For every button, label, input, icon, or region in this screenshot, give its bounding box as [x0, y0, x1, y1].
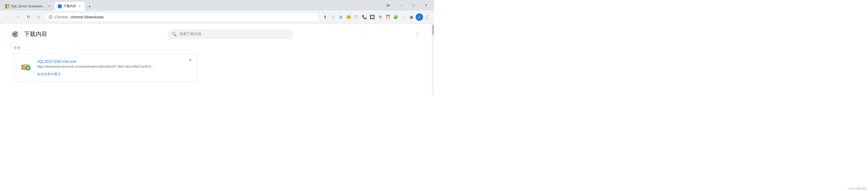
tab-favicon-sql: [5, 4, 9, 8]
download-close-button[interactable]: ✕: [187, 57, 193, 63]
svg-point-11: [14, 33, 17, 35]
search-placeholder: 搜索下载内容: [179, 32, 202, 36]
tab-close-sql[interactable]: ✕: [47, 4, 51, 8]
extension-grid-icon[interactable]: ⚙: [376, 13, 384, 21]
show-in-folder-button[interactable]: 在文件夹中显示: [37, 72, 61, 76]
window-controls: ≫ ─ □ ✕: [382, 1, 432, 9]
scrollbar-track[interactable]: [432, 24, 434, 96]
search-bar[interactable]: 🔍 搜索下载内容: [167, 29, 293, 39]
scrollbar-thumb[interactable]: [432, 25, 434, 35]
svg-rect-1: [8, 4, 9, 6]
address-separator: |: [69, 15, 70, 19]
bookmark-icon[interactable]: ☆: [329, 13, 337, 21]
extension-face-icon[interactable]: 😊: [345, 13, 352, 21]
page-header: 下载内容 🔍 搜索下载内容 ⋮: [10, 29, 422, 39]
svg-rect-15: [24, 64, 27, 65]
title-bar: SQL Server Downloads | Microso ✕ ↓ 下载内容 …: [0, 0, 434, 10]
minimize-button[interactable]: ─: [395, 1, 407, 9]
extension-clock-icon[interactable]: ⏰: [384, 13, 392, 21]
search-icon: 🔍: [172, 32, 177, 37]
toolbar-actions: ⬆ ☆ @ 😊 🛡 📞 🔲 ⚙ ⏰ 🧩 ↓ ▣ 人 ⋮: [321, 13, 431, 21]
back-button[interactable]: ←: [3, 13, 11, 21]
svg-rect-0: [5, 4, 7, 6]
home-button[interactable]: ⌂: [35, 13, 43, 21]
extension-puzzle-icon[interactable]: 🧩: [392, 13, 399, 21]
chrome-logo-icon: [10, 29, 20, 39]
extension-shield-icon[interactable]: 🛡: [353, 13, 360, 21]
download-file-icon: [19, 59, 32, 72]
forward-button[interactable]: →: [13, 13, 22, 21]
maximize-button[interactable]: □: [407, 1, 419, 9]
section-today-label: 今天: [10, 46, 422, 50]
address-bar[interactable]: Chrome | chrome://downloads: [45, 12, 319, 22]
download-card: SQL2022-SSEI-Dev.exe https://download.mi…: [13, 54, 197, 82]
download-filename[interactable]: SQL2022-SSEI-Dev.exe: [37, 59, 76, 63]
toolbar: ← → ↻ ⌂ Chrome | chrome://downloads ⬆ ☆ …: [0, 10, 434, 24]
address-text: Chrome | chrome://downloads: [55, 15, 104, 19]
svg-rect-2: [5, 6, 7, 8]
address-url: chrome://downloads: [71, 15, 103, 19]
tab-title-downloads: 下载内容: [63, 4, 76, 8]
tab-group: SQL Server Downloads | Microso ✕ ↓ 下载内容 …: [2, 0, 381, 10]
tab-title-sql: SQL Server Downloads | Microso: [11, 4, 45, 8]
download-info: SQL2022-SSEI-Dev.exe https://download.mi…: [37, 59, 191, 77]
svg-point-7: [50, 18, 51, 18]
tab-sql-server[interactable]: SQL Server Downloads | Microso ✕: [2, 2, 55, 10]
address-brand: Chrome: [55, 15, 68, 19]
tab-strip-collapse[interactable]: ≫: [382, 1, 394, 9]
download-url: https://download.microsoft.com/download/…: [37, 65, 191, 69]
sidebar-icon[interactable]: ▣: [408, 13, 415, 21]
extension-block-icon[interactable]: 🔲: [369, 13, 376, 21]
page: 下载内容 🔍 搜索下载内容 ⋮ 今天: [0, 24, 434, 96]
download-icon[interactable]: ↓: [400, 13, 407, 21]
tab-downloads[interactable]: ↓ 下载内容 ✕: [55, 2, 85, 10]
extension-at-icon[interactable]: @: [337, 13, 344, 21]
more-options-button[interactable]: ⋮: [413, 30, 422, 38]
page-title-area: 下载内容: [10, 29, 47, 39]
profile-avatar[interactable]: 人: [416, 13, 423, 21]
share-icon[interactable]: ⬆: [321, 13, 329, 21]
main-content: 下载内容 🔍 搜索下载内容 ⋮ 今天: [0, 24, 432, 96]
close-button[interactable]: ✕: [420, 1, 432, 9]
extension-phone-icon[interactable]: 📞: [361, 13, 368, 21]
svg-text:↓: ↓: [59, 5, 61, 8]
new-tab-button[interactable]: +: [86, 3, 93, 10]
page-title: 下载内容: [24, 30, 47, 38]
svg-rect-3: [8, 6, 9, 8]
address-security-icon: [49, 15, 53, 19]
tab-favicon-download: ↓: [58, 4, 62, 8]
menu-button[interactable]: ⋮: [424, 13, 431, 21]
tab-close-downloads[interactable]: ✕: [78, 4, 82, 8]
reload-button[interactable]: ↻: [24, 13, 32, 21]
